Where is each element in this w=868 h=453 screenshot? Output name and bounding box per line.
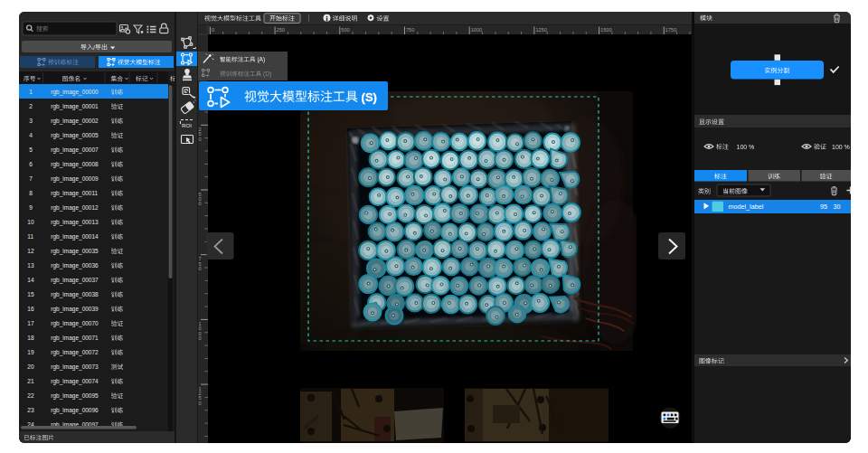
svg-text:0: 0 [199,137,202,142]
svg-text:100 %: 100 % [737,144,755,150]
svg-text:13: 13 [27,262,34,269]
svg-text:rgb_image_00096: rgb_image_00096 [51,407,99,414]
svg-text:10: 10 [27,219,34,225]
svg-text:7: 7 [29,175,33,182]
svg-text:1000: 1000 [471,27,482,33]
svg-text:rgb_image_00008: rgb_image_00008 [51,161,99,168]
svg-text:rgb_image_00014: rgb_image_00014 [51,233,99,241]
svg-text:1250: 1250 [535,27,546,33]
svg-text:rgb_image_00037: rgb_image_00037 [51,277,99,284]
svg-text:8: 8 [29,190,33,196]
svg-text:12: 12 [27,248,34,254]
svg-text:rgb_image_00011: rgb_image_00011 [51,190,98,197]
svg-text:21: 21 [27,378,34,384]
svg-text:250: 250 [277,27,285,33]
svg-text:(D): (D) [261,71,271,78]
svg-text:rgb_image_00038: rgb_image_00038 [51,291,99,298]
svg-text:1750: 1750 [665,27,676,33]
svg-text:/: / [93,44,95,51]
svg-text:0: 0 [199,335,202,341]
svg-text:17: 17 [27,320,34,326]
svg-text:23: 23 [27,407,34,413]
svg-text:14: 14 [27,277,34,283]
svg-text:rgb_image_00095: rgb_image_00095 [51,392,99,400]
svg-text:19: 19 [27,349,34,355]
svg-text:ROI: ROI [182,122,192,128]
svg-text:15: 15 [27,291,34,297]
svg-text:rgb_image_00070: rgb_image_00070 [51,320,99,327]
svg-text:rgb_image_00071: rgb_image_00071 [51,335,99,342]
svg-text:5: 5 [29,146,33,153]
svg-text:rgb_image_00074: rgb_image_00074 [51,378,99,385]
svg-text:0: 0 [212,27,214,33]
svg-text:750: 750 [406,27,414,33]
svg-text:100 %: 100 % [832,144,850,150]
svg-text:0: 0 [199,401,202,406]
svg-text:1500: 1500 [600,27,611,33]
svg-text:1: 1 [29,89,33,95]
svg-text:18: 18 [27,335,34,341]
svg-text:22: 22 [27,392,34,399]
svg-text:16: 16 [27,306,34,312]
svg-text:20: 20 [27,363,34,370]
svg-text:0: 0 [199,266,202,271]
svg-text:(A): (A) [256,56,266,63]
svg-text:rgb_image_00073: rgb_image_00073 [51,363,99,371]
svg-text:rgb_image_00072: rgb_image_00072 [51,349,99,356]
svg-text:3: 3 [29,118,33,124]
svg-text:rgb_image_00000: rgb_image_00000 [51,89,99,96]
svg-text:500: 500 [341,27,349,33]
svg-text:95: 95 [820,203,827,211]
svg-text:11: 11 [27,233,33,240]
svg-text:4: 4 [29,132,33,138]
svg-text:0: 0 [199,201,202,206]
svg-text:rgb_image_00036: rgb_image_00036 [51,262,99,269]
svg-text:rgb_image_00001: rgb_image_00001 [51,103,99,110]
svg-text:30: 30 [834,203,841,211]
svg-text:6: 6 [29,161,33,167]
svg-text:model_label: model_label [729,203,764,211]
svg-text:rgb_image_00035: rgb_image_00035 [51,248,99,255]
svg-text:rgb_image_00005: rgb_image_00005 [51,132,99,139]
svg-text:2: 2 [29,103,33,109]
svg-text:rgb_image_00013: rgb_image_00013 [51,219,99,226]
svg-text:rgb_image_00039: rgb_image_00039 [51,306,99,313]
svg-text:9: 9 [29,204,33,211]
svg-text:rgb_image_00007: rgb_image_00007 [51,146,99,154]
svg-text:(S): (S) [358,90,377,104]
svg-text:rgb_image_00002: rgb_image_00002 [51,118,99,125]
svg-text:rgb_image_00009: rgb_image_00009 [51,175,99,183]
svg-text:rgb_image_00012: rgb_image_00012 [51,204,99,212]
